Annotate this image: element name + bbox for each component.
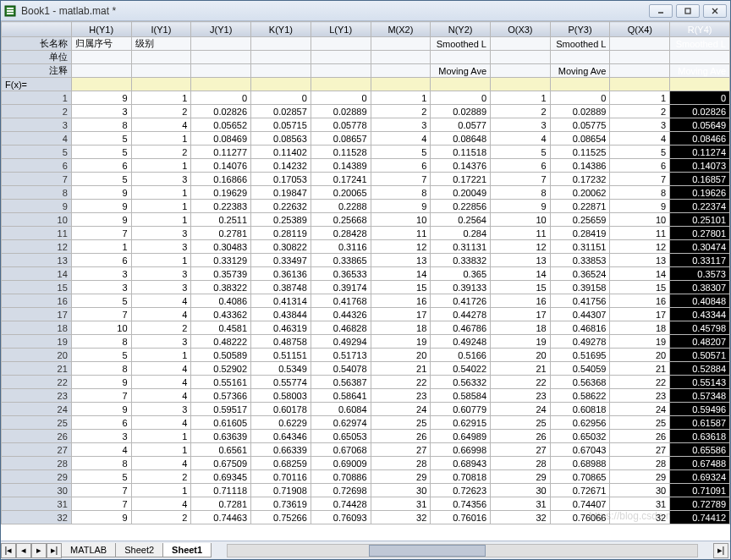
data-cell[interactable]: 21: [371, 362, 431, 376]
data-cell[interactable]: 0.75266: [251, 511, 311, 524]
row-number[interactable]: 23: [2, 389, 72, 403]
data-cell[interactable]: 0.05775: [550, 118, 610, 132]
data-cell[interactable]: 0.46816: [550, 321, 610, 335]
data-cell[interactable]: 0.49294: [311, 335, 371, 349]
data-cell[interactable]: 6: [491, 159, 551, 173]
data-cell[interactable]: 0.51713: [311, 349, 371, 362]
horizontal-scrollbar[interactable]: [227, 544, 698, 557]
data-cell[interactable]: 0.62956: [550, 416, 610, 430]
data-cell[interactable]: 0.46828: [311, 321, 371, 335]
row-number[interactable]: 18: [2, 321, 72, 335]
data-cell[interactable]: 10: [491, 213, 551, 227]
tab-sheet1[interactable]: Sheet1: [162, 543, 212, 557]
column-header[interactable]: N(Y2): [431, 22, 491, 37]
spreadsheet-area[interactable]: H(Y1)I(Y1)J(Y1)K(Y1)L(Y1)M(X2)N(Y2)O(X3)…: [1, 21, 730, 541]
data-cell[interactable]: 18: [491, 321, 551, 335]
data-cell[interactable]: 3: [131, 227, 191, 240]
label-cell[interactable]: [71, 78, 131, 91]
data-cell[interactable]: 0.17232: [550, 173, 610, 186]
data-cell[interactable]: 0.48207: [670, 335, 730, 349]
data-cell[interactable]: 0.19847: [251, 186, 311, 200]
data-cell[interactable]: 0.11528: [311, 145, 371, 159]
row-number[interactable]: 2: [2, 105, 72, 118]
data-cell[interactable]: 0.22383: [191, 200, 251, 213]
row-label[interactable]: 单位: [2, 51, 72, 64]
data-cell[interactable]: 0.49248: [431, 335, 491, 349]
data-cell[interactable]: 0.60779: [431, 403, 491, 416]
data-cell[interactable]: 3: [371, 118, 431, 132]
data-cell[interactable]: 1: [131, 254, 191, 267]
label-cell[interactable]: [670, 51, 730, 64]
row-label[interactable]: F(x)=: [2, 78, 72, 91]
data-cell[interactable]: 26: [491, 430, 551, 443]
data-cell[interactable]: 13: [371, 254, 431, 267]
data-cell[interactable]: 0.50589: [191, 349, 251, 362]
data-cell[interactable]: 0.27801: [670, 227, 730, 240]
column-header[interactable]: L(Y1): [311, 22, 371, 37]
data-cell[interactable]: 0.57366: [191, 389, 251, 403]
data-cell[interactable]: 0.33117: [670, 254, 730, 267]
data-cell[interactable]: 0.43844: [251, 308, 311, 321]
data-cell[interactable]: 3: [71, 267, 131, 281]
data-cell[interactable]: 0.46319: [251, 321, 311, 335]
data-cell[interactable]: 0.55143: [670, 376, 730, 389]
data-cell[interactable]: 0.33129: [191, 254, 251, 267]
data-cell[interactable]: 11: [610, 227, 670, 240]
data-cell[interactable]: 9: [71, 511, 131, 524]
data-cell[interactable]: 14: [371, 267, 431, 281]
label-cell[interactable]: [610, 37, 670, 51]
data-cell[interactable]: 0.5349: [251, 362, 311, 376]
data-cell[interactable]: 16: [610, 294, 670, 308]
data-cell[interactable]: 0.28119: [251, 227, 311, 240]
data-cell[interactable]: 17: [610, 308, 670, 321]
data-cell[interactable]: 0.35739: [191, 267, 251, 281]
data-cell[interactable]: 0.20049: [431, 186, 491, 200]
column-header[interactable]: R(Y4): [670, 22, 730, 37]
data-cell[interactable]: 6: [71, 159, 131, 173]
data-cell[interactable]: 0.68259: [251, 457, 311, 470]
data-cell[interactable]: 0.76093: [311, 511, 371, 524]
row-label[interactable]: 注释: [2, 64, 72, 78]
data-cell[interactable]: 6: [610, 159, 670, 173]
data-cell[interactable]: 12: [491, 240, 551, 254]
data-cell[interactable]: 0: [550, 91, 610, 105]
label-cell[interactable]: Moving Ave: [550, 64, 610, 78]
data-cell[interactable]: 0.20062: [550, 186, 610, 200]
row-number[interactable]: 25: [2, 416, 72, 430]
row-number[interactable]: 14: [2, 267, 72, 281]
data-cell[interactable]: 18: [371, 321, 431, 335]
data-cell[interactable]: 0.02826: [191, 105, 251, 118]
data-cell[interactable]: 0.6084: [311, 403, 371, 416]
data-cell[interactable]: 30: [491, 484, 551, 497]
data-cell[interactable]: 0.72671: [550, 484, 610, 497]
data-cell[interactable]: 4: [131, 294, 191, 308]
data-cell[interactable]: 0.48758: [251, 335, 311, 349]
data-cell[interactable]: 0.19629: [191, 186, 251, 200]
data-cell[interactable]: 1: [131, 484, 191, 497]
data-cell[interactable]: 0: [191, 91, 251, 105]
row-number[interactable]: 3: [2, 118, 72, 132]
data-cell[interactable]: 0.30483: [191, 240, 251, 254]
data-cell[interactable]: 0.3573: [670, 267, 730, 281]
data-cell[interactable]: 0.72623: [431, 484, 491, 497]
data-cell[interactable]: 0.2781: [191, 227, 251, 240]
data-cell[interactable]: 9: [371, 200, 431, 213]
row-number[interactable]: 1: [2, 91, 72, 105]
row-number[interactable]: 8: [2, 186, 72, 200]
row-number[interactable]: 4: [2, 132, 72, 145]
data-cell[interactable]: 0.56368: [550, 376, 610, 389]
data-cell[interactable]: 0.63639: [191, 430, 251, 443]
data-cell[interactable]: 0.67043: [550, 443, 610, 457]
data-cell[interactable]: 0.66339: [251, 443, 311, 457]
label-cell[interactable]: Smoothed L: [670, 37, 730, 51]
data-cell[interactable]: 0.41756: [550, 294, 610, 308]
data-cell[interactable]: 27: [371, 443, 431, 457]
data-cell[interactable]: 0.58641: [311, 389, 371, 403]
data-cell[interactable]: 0: [251, 91, 311, 105]
data-cell[interactable]: 0.22374: [670, 200, 730, 213]
data-cell[interactable]: 0.61605: [191, 416, 251, 430]
label-cell[interactable]: 归属序号: [71, 37, 131, 51]
row-number[interactable]: 7: [2, 173, 72, 186]
data-cell[interactable]: 29: [610, 470, 670, 484]
data-cell[interactable]: 5: [71, 294, 131, 308]
